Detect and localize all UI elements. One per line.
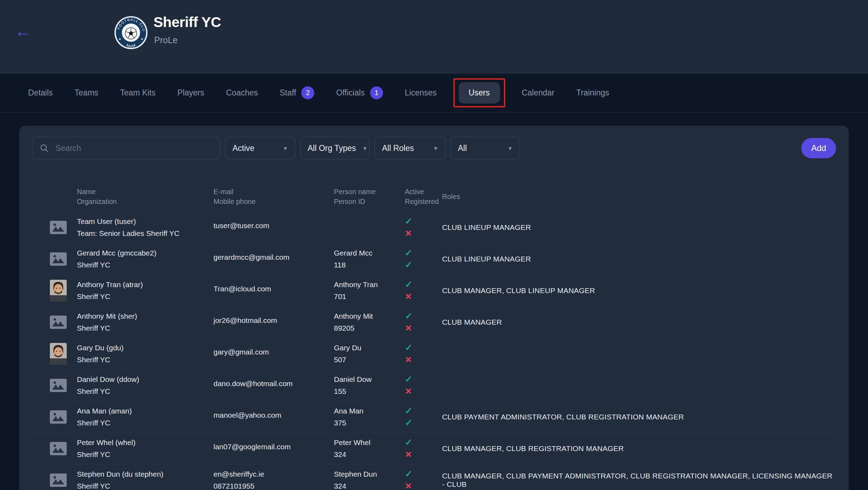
table-row[interactable]: Gary Du (gdu) Sheriff YC gary@gmail.com …	[32, 338, 836, 370]
header-email: E-mail	[213, 187, 334, 197]
tab-players[interactable]: Players	[177, 88, 204, 98]
tab-list: DetailsTeamsTeam KitsPlayersCoachesStaff…	[0, 74, 868, 112]
user-organization: Sheriff YC	[77, 450, 213, 458]
filter-roles-dropdown[interactable]: All Roles ▼	[375, 137, 446, 159]
tab-label: Teams	[74, 88, 98, 98]
tab-trainings[interactable]: Trainings	[576, 88, 609, 98]
header-person-name: Person name	[334, 187, 405, 197]
chevron-down-icon: ▼	[433, 145, 438, 151]
tab-users[interactable]: Users	[459, 82, 500, 104]
user-roles: CLUB LINEUP MANAGER	[442, 223, 836, 232]
user-email: gary@gmail.com	[213, 348, 334, 356]
user-roles: CLUB MANAGER, CLUB LINEUP MANAGER	[442, 286, 836, 295]
back-arrow-icon[interactable]: ←	[15, 23, 31, 39]
active-check-icon: ✓	[405, 249, 442, 257]
table-row[interactable]: Ana Man (aman) Sheriff YC manoel@yahoo.c…	[32, 401, 836, 433]
registered-check-icon: ✓	[405, 261, 442, 269]
avatar-placeholder	[50, 316, 77, 329]
person-id: 324	[334, 450, 405, 458]
user-name: Gerard Mcc (gmccabe2)	[77, 249, 213, 257]
active-check-icon: ✓	[405, 344, 442, 352]
person-id: 507	[334, 356, 405, 364]
user-organization: Sheriff YC	[77, 292, 213, 300]
header-roles: Roles	[442, 192, 836, 201]
user-organization: Sheriff YC	[77, 482, 213, 490]
tab-count-badge: 2	[301, 86, 314, 99]
tab-licenses[interactable]: Licenses	[405, 88, 437, 98]
chevron-down-icon: ▼	[507, 145, 513, 151]
tab-details[interactable]: Details	[28, 88, 53, 98]
tab-label: Trainings	[576, 88, 609, 98]
person-id: 701	[334, 292, 405, 300]
person-name: Daniel Dow	[334, 375, 405, 383]
tab-team-kits[interactable]: Team Kits	[120, 88, 156, 98]
user-name: Team User (tuser)	[77, 217, 213, 225]
registered-cross-icon: ✕	[405, 229, 442, 237]
user-roles: CLUB MANAGER, CLUB REGISTRATION MANAGER	[442, 444, 836, 453]
toolbar: Active ▼ All Org Types ▼ All Roles ▼ All…	[32, 137, 836, 159]
filter-org-type-value: All Org Types	[308, 144, 356, 153]
avatar-placeholder	[50, 442, 77, 455]
table-row[interactable]: Anthony Mit (sher) Sheriff YC jor26@hotm…	[32, 306, 836, 338]
user-name: Gary Du (gdu)	[77, 344, 213, 352]
filter-all-dropdown[interactable]: All ▼	[451, 137, 520, 159]
table-row[interactable]: Peter Whel (whel) Sheriff YC lan07@googl…	[32, 433, 836, 464]
active-check-icon: ✓	[405, 407, 442, 415]
tab-label: Details	[28, 88, 53, 98]
chevron-down-icon: ▼	[283, 145, 288, 151]
person-id: 324	[334, 482, 405, 490]
tab-label: Team Kits	[120, 88, 156, 98]
user-email: jor26@hotmail.com	[213, 316, 334, 324]
registered-cross-icon: ✕	[405, 356, 442, 364]
table-header: Name Organization E-mail Mobile phone Pe…	[32, 187, 836, 212]
header-mobile: Mobile phone	[213, 197, 334, 206]
tab-teams[interactable]: Teams	[74, 88, 98, 98]
user-organization: Team: Senior Ladies Sheriff YC	[77, 229, 213, 237]
user-name: Ana Man (aman)	[77, 407, 213, 415]
header-person-id: Person ID	[334, 197, 405, 206]
user-roles: CLUB MANAGER, CLUB PAYMENT ADMINISTRATOR…	[442, 472, 836, 489]
avatar-placeholder	[50, 252, 77, 266]
user-roles: CLUB LINEUP MANAGER	[442, 255, 836, 263]
tab-label: Staff	[280, 88, 296, 98]
person-id: 118	[334, 261, 405, 269]
registered-cross-icon: ✕	[405, 292, 442, 300]
user-name: Peter Whel (whel)	[77, 438, 213, 446]
add-user-button[interactable]: Add	[801, 138, 836, 158]
avatar-placeholder	[50, 474, 77, 487]
person-id: 155	[334, 387, 405, 395]
table-row[interactable]: Daniel Dow (ddow) Sheriff YC dano.dow@ho…	[32, 370, 836, 401]
filter-status-value: Active	[232, 144, 255, 153]
table-row[interactable]: Anthony Tran (atrar) Sheriff YC Tran@icl…	[32, 275, 836, 306]
table-row[interactable]: Gerard Mcc (gmccabe2) Sheriff YC gerardm…	[32, 243, 836, 275]
tab-staff[interactable]: Staff2	[280, 86, 315, 99]
tab-calendar[interactable]: Calendar	[522, 88, 554, 98]
tab-officials[interactable]: Officials1	[336, 86, 383, 99]
table-row[interactable]: Team User (tuser) Team: Senior Ladies Sh…	[32, 212, 836, 243]
svg-text:★: ★	[118, 37, 121, 41]
registered-cross-icon: ✕	[405, 387, 442, 395]
person-name: Stephen Dun	[334, 470, 405, 478]
tab-label: Calendar	[522, 88, 554, 98]
app-header: ← FOOTBALL CLUB ★ ★ Sheriff YC ProLe	[0, 0, 868, 74]
user-organization: Sheriff YC	[77, 419, 213, 427]
search-input[interactable]	[55, 143, 213, 153]
tab-label: Players	[177, 88, 204, 98]
registered-check-icon: ✓	[405, 419, 442, 427]
header-active: Active	[405, 187, 442, 197]
user-email: dano.dow@hotmail.com	[213, 379, 334, 388]
filter-org-type-dropdown[interactable]: All Org Types ▼	[300, 137, 370, 159]
active-check-icon: ✓	[405, 217, 442, 225]
league-subtitle: ProLe	[154, 35, 178, 45]
tab-label: Users	[469, 88, 490, 98]
search-box[interactable]	[32, 137, 220, 159]
filter-status-dropdown[interactable]: Active ▼	[225, 137, 295, 159]
club-logo: FOOTBALL CLUB ★ ★	[114, 16, 148, 49]
tab-coaches[interactable]: Coaches	[226, 88, 258, 98]
page-title: Sheriff YC	[153, 14, 221, 31]
table-row[interactable]: Stephen Dun (du stephen) Sheriff YC en@s…	[32, 464, 836, 490]
user-name: Anthony Tran (atrar)	[77, 280, 213, 289]
user-organization: Sheriff YC	[77, 356, 213, 364]
user-photo-avatar	[50, 343, 77, 365]
user-name: Stephen Dun (du stephen)	[77, 470, 213, 478]
